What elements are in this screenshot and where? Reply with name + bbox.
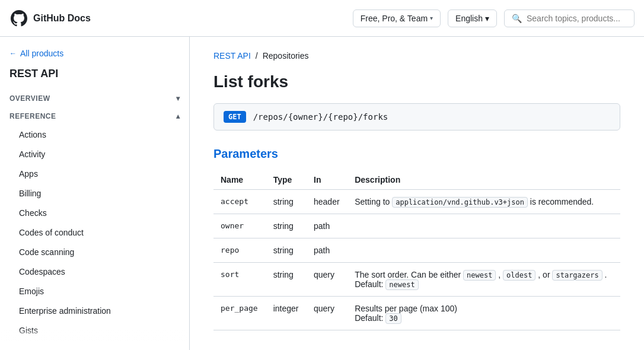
sidebar-product-title: REST API (0, 65, 189, 90)
language-label: English (455, 14, 483, 23)
sidebar-nav-item[interactable]: Emojis (0, 282, 189, 301)
param-description (347, 214, 620, 238)
param-in: query (307, 297, 347, 330)
param-description (347, 238, 620, 263)
param-description: Setting to application/vnd.github.v3+jso… (347, 190, 620, 214)
sidebar-nav-item[interactable]: Checks (0, 203, 189, 223)
table-header: Name Type In Description (213, 170, 620, 190)
version-chevron-icon: ▾ (430, 15, 433, 21)
sidebar: ← All products REST API OVERVIEW ▾ REFER… (0, 37, 190, 350)
breadcrumb-separator: / (256, 51, 258, 61)
table-body: acceptstringheaderSetting to application… (213, 190, 620, 330)
param-name: accept (213, 190, 266, 214)
breadcrumb: REST API / Repositories (213, 51, 620, 61)
param-type: string (266, 263, 307, 297)
parameters-title: Parameters (213, 147, 620, 161)
sidebar-nav-item[interactable]: Code scanning (0, 243, 189, 262)
main-layout: ← All products REST API OVERVIEW ▾ REFER… (0, 37, 644, 350)
breadcrumb-current: Repositories (263, 51, 309, 61)
sidebar-reference-section[interactable]: REFERENCE ▴ (0, 107, 189, 125)
language-select[interactable]: English ▾ (448, 9, 497, 27)
language-chevron-icon: ▾ (485, 14, 489, 23)
col-header-type: Type (266, 170, 307, 190)
parameters-table: Name Type In Description acceptstringhea… (213, 170, 620, 330)
http-method-badge: GET (224, 111, 246, 123)
version-select[interactable]: Free, Pro, & Team ▾ (353, 9, 441, 27)
reference-toggle-icon: ▴ (176, 112, 180, 120)
param-in: path (307, 238, 347, 263)
sidebar-nav-item[interactable]: Enterprise administration (0, 301, 189, 321)
param-type: string (266, 238, 307, 263)
overview-label: OVERVIEW (9, 94, 50, 103)
col-header-in: In (307, 170, 347, 190)
site-title: GitHub Docs (33, 13, 91, 24)
header-right: Free, Pro, & Team ▾ English ▾ 🔍 (353, 9, 635, 27)
header-left: GitHub Docs (9, 9, 91, 28)
sidebar-nav-item[interactable]: Codespaces (0, 262, 189, 282)
col-header-description: Description (347, 170, 620, 190)
search-box[interactable]: 🔍 (504, 9, 635, 27)
all-products-label: All products (20, 49, 63, 58)
table-row: repostringpath (213, 238, 620, 263)
nav-items-list: ActionsActivityAppsBillingChecksCodes of… (0, 125, 189, 341)
back-arrow-icon: ← (9, 49, 17, 58)
param-name: owner (213, 214, 266, 238)
search-input[interactable] (527, 14, 627, 23)
table-row: acceptstringheaderSetting to application… (213, 190, 620, 214)
col-header-name: Name (213, 170, 266, 190)
all-products-link[interactable]: ← All products (0, 46, 189, 65)
param-name: per_page (213, 297, 266, 330)
param-in: path (307, 214, 347, 238)
table-row: sortstringqueryThe sort order. Can be ei… (213, 263, 620, 297)
param-type: string (266, 214, 307, 238)
overview-toggle-icon: ▾ (176, 94, 180, 103)
breadcrumb-parent-link[interactable]: REST API (213, 51, 251, 61)
version-label: Free, Pro, & Team (361, 14, 428, 23)
github-logo-icon (9, 9, 28, 28)
param-description: Results per page (max 100)Default: 30 (347, 297, 620, 330)
sidebar-nav-item[interactable]: Apps (0, 164, 189, 184)
sidebar-nav-item[interactable]: Actions (0, 125, 189, 145)
endpoint-box: GET /repos/{owner}/{repo}/forks (213, 103, 620, 131)
search-icon: 🔍 (512, 14, 522, 23)
sidebar-overview-section[interactable]: OVERVIEW ▾ (0, 90, 189, 107)
param-type: string (266, 190, 307, 214)
param-name: sort (213, 263, 266, 297)
param-in: query (307, 263, 347, 297)
sidebar-nav-item[interactable]: Billing (0, 184, 189, 203)
endpoint-path: /repos/{owner}/{repo}/forks (253, 112, 388, 122)
sidebar-nav-item[interactable]: Codes of conduct (0, 223, 189, 243)
main-content: REST API / Repositories List forks GET /… (190, 37, 644, 350)
param-in: header (307, 190, 347, 214)
reference-label: REFERENCE (9, 112, 56, 120)
param-name: repo (213, 238, 266, 263)
top-header: GitHub Docs Free, Pro, & Team ▾ English … (0, 0, 644, 37)
param-description: The sort order. Can be either newest , o… (347, 263, 620, 297)
table-row: ownerstringpath (213, 214, 620, 238)
sidebar-scroll-fade (0, 329, 189, 341)
table-row: per_pageintegerqueryResults per page (ma… (213, 297, 620, 330)
sidebar-nav-item[interactable]: Activity (0, 145, 189, 164)
param-type: integer (266, 297, 307, 330)
page-title: List forks (213, 72, 620, 91)
